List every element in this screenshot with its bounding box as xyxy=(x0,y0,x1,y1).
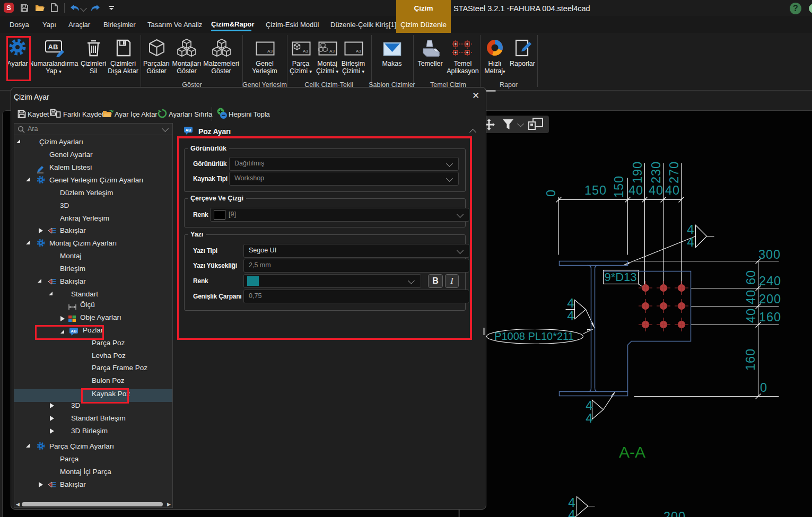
svg-text:190: 190 xyxy=(631,161,644,183)
svg-text:40: 40 xyxy=(744,308,758,323)
svg-text:4: 4 xyxy=(567,296,574,310)
svg-text:150: 150 xyxy=(612,176,626,198)
svg-text:0: 0 xyxy=(760,381,767,395)
svg-text:40: 40 xyxy=(628,183,643,197)
svg-text:200: 200 xyxy=(663,510,686,517)
svg-text:230: 230 xyxy=(649,161,663,183)
svg-text:P1008 PL10*211: P1008 PL10*211 xyxy=(494,330,574,342)
svg-text:4: 4 xyxy=(687,222,694,236)
svg-text:270: 270 xyxy=(667,161,681,183)
svg-text:A-A: A-A xyxy=(619,443,645,461)
svg-text:AB: AB xyxy=(186,128,191,133)
svg-text:240: 240 xyxy=(759,274,781,288)
svg-text:60: 60 xyxy=(744,270,758,285)
svg-text:4: 4 xyxy=(586,398,592,413)
svg-text:4: 4 xyxy=(568,507,575,517)
svg-text:200: 200 xyxy=(759,292,781,306)
svg-text:4: 4 xyxy=(567,309,574,323)
svg-text:0: 0 xyxy=(544,189,558,197)
svg-text:9*D13: 9*D13 xyxy=(604,270,636,284)
svg-text:4: 4 xyxy=(687,235,694,249)
svg-text:40: 40 xyxy=(744,290,758,304)
svg-text:40: 40 xyxy=(665,183,680,197)
svg-text:4: 4 xyxy=(586,411,592,425)
svg-text:40: 40 xyxy=(649,183,663,197)
svg-text:300: 300 xyxy=(758,248,781,261)
svg-text:160: 160 xyxy=(759,310,781,324)
svg-text:160: 160 xyxy=(744,348,757,371)
svg-text:150: 150 xyxy=(584,183,607,197)
